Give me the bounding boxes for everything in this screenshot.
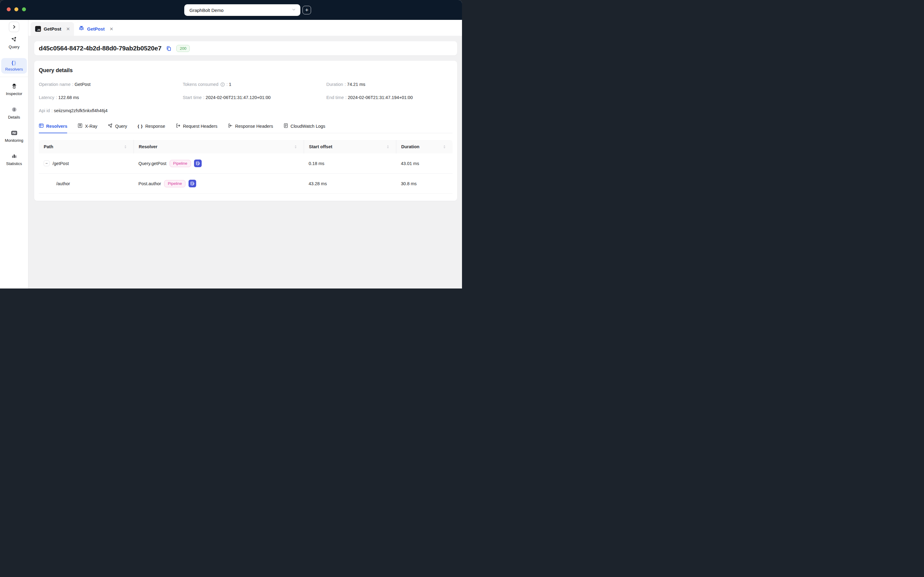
tab-label: Query: [115, 124, 127, 129]
duration-value: 43.01 ms: [396, 153, 452, 173]
bar-chart-icon: [11, 154, 17, 160]
column-header-resolver: Resolver: [134, 140, 304, 153]
tab-getpost-debug[interactable]: GetPost ✕: [74, 22, 118, 36]
column-header-duration: Duration: [396, 140, 452, 153]
sidebar-divider: [0, 77, 28, 77]
pipeline-badge: Pipeline: [164, 180, 185, 187]
tab-label: Resolvers: [46, 124, 67, 129]
tab-query[interactable]: Query: [108, 123, 127, 133]
collapse-row-button[interactable]: −: [44, 160, 50, 166]
field-latency: Latency : 122.68 ms: [39, 95, 183, 100]
js-file-icon: JS: [35, 26, 41, 32]
tab-label: Response Headers: [235, 124, 273, 129]
tab-x-ray[interactable]: X-Ray: [77, 123, 97, 133]
path-value: /getPost: [53, 161, 69, 166]
sidebar: Query {} Resolvers I: [0, 20, 28, 288]
minimize-window-button[interactable]: [14, 7, 18, 11]
sort-icon[interactable]: [386, 145, 390, 149]
document-lines-icon: [283, 123, 288, 129]
field-operation-name: Operation name : GetPost: [39, 82, 183, 87]
bug-icon: [79, 25, 84, 32]
start-offset-value: 0.18 ms: [304, 153, 396, 173]
sidebar-item-label: Inspector: [6, 91, 22, 96]
tab-resolvers[interactable]: Resolvers: [39, 123, 67, 133]
tab-response[interactable]: { } Response: [137, 123, 165, 133]
sidebar-item-query[interactable]: Query: [1, 34, 27, 52]
tab-label: X-Ray: [85, 124, 97, 129]
column-header-path: Path: [39, 140, 134, 153]
field-start-time: Start time : 2024-02-06T21:31:47.120+01:…: [183, 95, 326, 100]
tab-label: Request Headers: [183, 124, 217, 129]
request-id: d45c0564-8472-4b2d-88d0-79ab2b0520e7: [39, 45, 161, 52]
copy-icon[interactable]: [166, 45, 172, 52]
sidebar-item-label: Details: [8, 115, 20, 119]
tab-label: GetPost: [87, 26, 105, 31]
section-heading: Query details: [39, 67, 452, 74]
sidebar-expand-button[interactable]: [9, 22, 19, 32]
detail-tab-bar: Resolvers X-Ray: [39, 123, 452, 133]
table-grid-icon: [39, 123, 44, 129]
main-content: d45c0564-8472-4b2d-88d0-79ab2b0520e7 200…: [28, 36, 462, 288]
close-window-button[interactable]: [7, 7, 11, 11]
field-end-time: End time : 2024-02-06T21:31:47.194+01:00: [326, 95, 452, 100]
curly-braces-icon: { }: [137, 124, 143, 128]
workspace-name: GraphBolt Demo: [190, 8, 291, 13]
sort-icon[interactable]: [124, 145, 127, 149]
request-header-card: d45c0564-8472-4b2d-88d0-79ab2b0520e7 200: [34, 41, 457, 55]
tab-response-headers[interactable]: Response Headers: [228, 123, 273, 133]
add-workspace-button[interactable]: +: [303, 6, 311, 15]
graph-nodes-icon: [108, 123, 113, 129]
tab-label: GetPost: [44, 26, 61, 31]
field-duration: Duration : 74.21 ms: [326, 82, 452, 87]
tab-label: CloudWatch Logs: [291, 124, 325, 129]
sidebar-item-label: Resolvers: [5, 67, 23, 71]
tab-request-headers[interactable]: Request Headers: [176, 123, 217, 133]
sidebar-item-statistics[interactable]: Statistics: [1, 152, 27, 168]
spy-icon: [11, 84, 17, 90]
sidebar-item-inspector[interactable]: Inspector: [1, 81, 27, 98]
graph-nodes-icon: [11, 37, 17, 43]
resolver-value: Query.getPost: [138, 161, 167, 166]
query-details-card: Query details Operation name : GetPost T…: [34, 61, 457, 201]
tab-cloudwatch-logs[interactable]: CloudWatch Logs: [283, 123, 325, 133]
info-icon[interactable]: [220, 82, 225, 87]
editor-tab-strip: JS GetPost ✕ GetPost ✕: [28, 20, 462, 36]
close-icon[interactable]: ✕: [110, 27, 114, 31]
title-bar: GraphBolt Demo +: [0, 0, 462, 20]
sort-icon[interactable]: [443, 145, 446, 149]
path-value: /author: [56, 181, 70, 186]
column-header-start-offset: Start offset: [304, 140, 396, 153]
field-api-id: Api id : seiizsmq2zfsfk5nkxfl4h46j4: [39, 108, 183, 113]
query-details-fields: Operation name : GetPost Tokens consumed: [39, 82, 452, 113]
monitor-pulse-icon: [11, 131, 17, 137]
chevron-down-icon: [291, 7, 296, 13]
field-tokens-consumed: Tokens consumed : 1: [183, 82, 326, 87]
x-ray-icon: [77, 123, 82, 129]
resolver-value: Post.author: [138, 181, 161, 186]
pipeline-badge: Pipeline: [170, 160, 191, 167]
tab-getpost-js[interactable]: JS GetPost ✕: [31, 22, 74, 36]
sidebar-item-label: Query: [8, 45, 19, 49]
tab-label: Response: [145, 124, 165, 129]
app-window: GraphBolt Demo + Query: [0, 0, 462, 288]
close-icon[interactable]: ✕: [66, 27, 70, 31]
database-bolt-icon[interactable]: [194, 160, 202, 167]
table-row: /author Post.author Pipeline: [39, 174, 452, 194]
sort-icon[interactable]: [294, 145, 298, 149]
bracket-arrow-right-icon: [176, 123, 180, 129]
chevron-right-icon: [9, 24, 19, 29]
sidebar-item-monitoring[interactable]: Monitoring: [1, 128, 27, 145]
window-controls: [7, 7, 26, 11]
sidebar-item-details[interactable]: Details: [1, 105, 27, 122]
duration-value: 30.8 ms: [396, 174, 452, 193]
zoom-window-button[interactable]: [22, 7, 26, 11]
sidebar-item-resolvers[interactable]: {} Resolvers: [1, 58, 27, 74]
table-row: − /getPost Query.getPost Pipeline: [39, 153, 452, 174]
database-bolt-icon[interactable]: [188, 180, 196, 187]
start-offset-value: 43.28 ms: [304, 174, 396, 193]
info-circle-icon: [11, 107, 17, 113]
workspace-select[interactable]: GraphBolt Demo: [184, 4, 300, 16]
table-header: Path Resolver: [39, 140, 452, 153]
sidebar-item-label: Statistics: [6, 161, 22, 166]
status-badge: 200: [176, 45, 190, 52]
